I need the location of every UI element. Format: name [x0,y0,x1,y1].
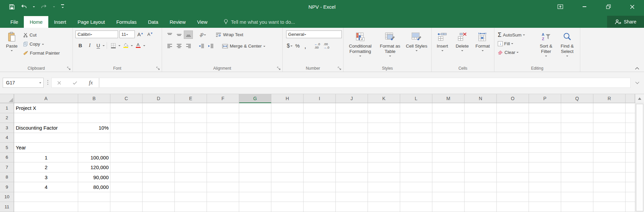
row-header-4[interactable]: 4 [0,133,14,143]
comma-style-button[interactable]: , [303,42,308,50]
borders-dropdown[interactable] [118,45,120,47]
cell-A9[interactable]: 4 [14,182,78,192]
underline-button[interactable]: U [95,42,102,49]
cell-A6[interactable]: 1 [14,153,78,163]
vertical-scrollbar[interactable] [635,94,644,212]
column-header-partial[interactable] [626,94,635,103]
minimize-button[interactable] [577,0,592,13]
accounting-format-button[interactable]: $ [287,42,292,50]
clipboard-dialog-launcher[interactable] [67,67,71,70]
formula-bar-resizer[interactable] [47,80,48,85]
orientation-button[interactable]: ab [197,31,208,39]
column-header-D[interactable]: D [143,94,175,103]
cell-A3[interactable]: Discounting Factor [14,123,78,133]
undo-button[interactable] [18,0,30,13]
column-header-H[interactable]: H [271,94,304,103]
column-header-B[interactable]: B [78,94,110,103]
restore-button[interactable] [601,0,616,13]
underline-dropdown[interactable] [103,45,105,47]
align-left-button[interactable] [165,42,174,50]
row-header-2[interactable]: 2 [0,113,14,123]
align-right-button[interactable] [184,42,193,50]
cell-B9[interactable]: 80,000 [78,182,110,192]
fill-color-dropdown[interactable] [131,45,133,47]
tab-data[interactable]: Data [142,16,164,28]
font-dialog-launcher[interactable] [156,67,160,70]
cell-B7[interactable]: 120,000 [78,162,110,172]
column-header-C[interactable]: C [110,94,143,103]
column-header-M[interactable]: M [432,94,465,103]
tab-file[interactable]: File [5,16,24,28]
font-color-dropdown[interactable] [143,45,145,47]
column-header-E[interactable]: E [175,94,207,103]
scrollbar-thumb[interactable] [636,104,643,211]
confirm-entry-button[interactable] [73,81,77,85]
insert-function-button[interactable]: fx [89,80,93,86]
formula-input[interactable] [99,78,631,88]
font-color-button[interactable]: A [134,42,142,49]
share-button[interactable]: Share [607,16,644,28]
cell-B8[interactable]: 90,000 [78,172,110,183]
decrease-decimal-button[interactable]: .00 →.0 [322,43,330,49]
italic-button[interactable]: I [86,42,94,49]
scroll-up-button[interactable] [635,94,644,103]
row-header-5[interactable]: 5 [0,143,14,153]
number-format-combo[interactable]: General [286,30,342,38]
redo-dropdown[interactable] [50,0,58,13]
percent-style-button[interactable]: % [294,42,301,50]
row-header-6[interactable]: 6 [0,153,14,163]
wrap-text-button[interactable]: Wrap Text [215,30,244,39]
borders-button[interactable] [109,42,117,49]
find-select-button[interactable]: Find & Select [557,30,578,64]
customize-qat-button[interactable] [58,0,67,13]
cell-A1[interactable]: Project X [14,103,78,113]
undo-dropdown[interactable] [30,0,38,13]
save-button[interactable] [6,0,18,13]
column-header-O[interactable]: O [497,94,529,103]
cell-A5[interactable]: Year [14,143,78,153]
column-header-A[interactable]: A [14,94,78,103]
decrease-font-size-button[interactable]: A▼ [146,30,154,38]
delete-cells-button[interactable]: Delete [453,30,472,64]
top-align-button[interactable] [165,31,174,39]
format-as-table-button[interactable]: Format as Table [376,30,404,64]
row-header-1[interactable]: 1 [0,103,14,113]
column-header-N[interactable]: N [465,94,497,103]
copy-button[interactable]: Copy [22,40,61,48]
bottom-align-button[interactable] [184,31,193,39]
expand-formula-bar-button[interactable] [633,78,642,88]
format-painter-button[interactable]: Format Painter [22,49,61,57]
row-header-7[interactable]: 7 [0,162,14,172]
redo-button[interactable] [38,0,50,13]
row-header-11[interactable]: 11 [0,202,14,212]
fill-button[interactable]: ↓ Fill [498,40,535,48]
font-family-combo[interactable]: Calibri [75,30,118,38]
autosum-button[interactable]: Σ AutoSum [498,31,535,39]
column-header-F[interactable]: F [207,94,239,103]
decrease-indent-button[interactable] [197,42,206,50]
conditional-formatting-button[interactable]: ≠ Conditional Formatting [345,30,376,64]
collapse-ribbon-button[interactable] [635,67,639,70]
column-header-P[interactable]: P [529,94,561,103]
tab-home[interactable]: Home [24,16,48,28]
fill-color-button[interactable] [121,42,130,49]
middle-align-button[interactable] [175,31,183,39]
column-header-I[interactable]: I [304,94,336,103]
increase-decimal-button[interactable]: ←←.0.0 .00 [313,43,321,49]
number-dialog-launcher[interactable] [338,67,341,70]
cell-B6[interactable]: 100,000 [78,153,110,163]
cut-button[interactable]: Cut [22,31,61,39]
align-center-button[interactable] [175,42,183,50]
select-all-corner[interactable] [0,94,14,103]
increase-font-size-button[interactable]: A▲ [136,30,145,38]
row-header-10[interactable]: 10 [0,192,14,202]
cell-B3[interactable]: 10% [78,123,110,133]
paste-button[interactable]: Paste [1,30,22,64]
tab-review[interactable]: Review [164,16,192,28]
tab-insert[interactable]: Insert [48,16,72,28]
row-header-3[interactable]: 3 [0,123,14,133]
bold-button[interactable]: B [76,42,85,49]
close-button[interactable] [624,0,640,13]
sort-filter-button[interactable]: AZ Sort & Filter [535,30,557,64]
column-header-K[interactable]: K [368,94,400,103]
